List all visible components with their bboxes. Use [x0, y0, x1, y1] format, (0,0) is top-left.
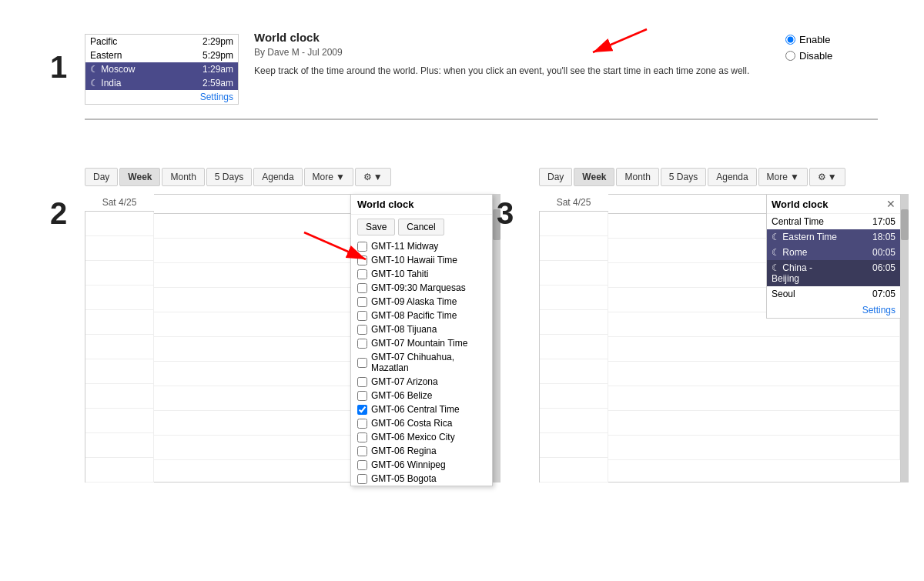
more-button-3[interactable]: More ▼ [758, 168, 808, 186]
list-item: GMT-06 Costa Rica [351, 416, 492, 430]
tz-checkbox-gmt0930marquesas[interactable] [357, 283, 367, 293]
week-button-3[interactable]: Week [574, 168, 614, 186]
clock-row-moscow: ☾ Moscow 1:29am [85, 62, 238, 76]
more-dropdown-icon-2: ▼ [336, 172, 345, 182]
scrollbar-2[interactable] [493, 194, 500, 482]
list-item: GMT-10 Tahiti [351, 267, 492, 281]
month-button-2[interactable]: Month [162, 168, 204, 186]
tz-checkbox-gmt06regina[interactable] [357, 446, 367, 456]
tz-checkbox-gmt09alaska[interactable] [357, 297, 367, 307]
tz-checkbox-gmt06mexicocity[interactable] [357, 432, 367, 442]
list-item: GMT-05 Bogota [351, 472, 492, 486]
list-item: GMT-08 Tijuana [351, 322, 492, 336]
list-item: GMT-08 Pacific Time [351, 309, 492, 322]
popup-title: World clock [351, 195, 492, 215]
panel-row-seoul: Seoul 07:05 [767, 286, 900, 302]
disable-radio[interactable] [785, 51, 795, 61]
central-time-value: 17:05 [872, 216, 896, 227]
section-number-3: 3 [497, 196, 514, 231]
panel-title: World clock [772, 199, 828, 210]
date-header-2: Sat 4/25 [85, 194, 154, 212]
day-button-3[interactable]: Day [539, 168, 572, 186]
clock-settings-link[interactable]: Settings [85, 90, 238, 104]
panel-settings-link[interactable]: Settings [767, 302, 900, 318]
panel-header: World clock ✕ [767, 195, 900, 214]
settings-gear-icon-3: ⚙ [818, 172, 826, 182]
more-label-3: More [767, 172, 788, 182]
calendar-toolbar-3: Day Week Month 5 Days Agenda More ▼ ⚙ ▼ [539, 168, 909, 186]
panel-row-rome: ☾ Rome 00:05 [767, 245, 900, 260]
world-clock-panel: World clock ✕ Central Time 17:05 ☾ Easte… [766, 194, 901, 319]
fivedays-button-3[interactable]: 5 Days [661, 168, 706, 186]
popup-cancel-button[interactable]: Cancel [398, 219, 444, 235]
enable-radio[interactable] [785, 35, 795, 45]
list-item: GMT-06 Central Time [351, 402, 492, 416]
china-label: ☾ China -Beijing [772, 262, 812, 284]
list-item: GMT-06 Winnipeg [351, 458, 492, 472]
agenda-button-3[interactable]: Agenda [708, 168, 756, 186]
list-item: GMT-07 Chihuahua, Mazatlan [351, 350, 492, 375]
disable-option[interactable]: Disable [785, 50, 878, 62]
rome-value: 00:05 [872, 247, 896, 258]
seoul-label: Seoul [772, 289, 795, 299]
tz-checkbox-gmt06costarica[interactable] [357, 419, 367, 429]
week-button-2[interactable]: Week [119, 168, 160, 186]
section-number-1: 1 [50, 50, 67, 85]
settings-dropdown-icon-2: ▼ [373, 172, 383, 182]
more-button-2[interactable]: More ▼ [304, 168, 353, 186]
tz-checkbox-gmt06belize[interactable] [357, 391, 367, 401]
date-header-3: Sat 4/25 [539, 194, 608, 212]
enable-option[interactable]: Enable [785, 34, 878, 45]
scrollbar-3[interactable] [901, 194, 909, 482]
agenda-button-2[interactable]: Agenda [253, 168, 302, 186]
tz-checkbox-gmt10tahiti[interactable] [357, 269, 367, 279]
seoul-value: 07:05 [872, 289, 896, 299]
panel-row-central: Central Time 17:05 [767, 214, 900, 229]
disable-label: Disable [799, 50, 832, 62]
tz-checkbox-gmt05bogota[interactable] [357, 474, 367, 484]
calendar-toolbar-2: Day Week Month 5 Days Agenda More ▼ ⚙ ▼ [85, 168, 500, 186]
central-time-label: Central Time [772, 216, 824, 227]
list-item: GMT-09 Alaska Time [351, 295, 492, 309]
rome-label: ☾ Rome [772, 247, 807, 258]
settings-dropdown-icon-3: ▼ [828, 172, 837, 182]
section-number-2: 2 [50, 196, 67, 231]
settings-gear-icon-2: ⚙ [363, 172, 372, 182]
tz-checkbox-gmt06winnipeg[interactable] [357, 460, 367, 470]
month-button-3[interactable]: Month [616, 168, 658, 186]
list-item: GMT-06 Regina [351, 444, 492, 458]
red-arrow-2 [296, 225, 389, 267]
plugin-title: World clock [254, 31, 770, 44]
clock-time-pacific: 2:29pm [203, 36, 233, 47]
tz-checkbox-gmt07mountain[interactable] [357, 339, 367, 349]
clock-time-eastern: 5:29pm [203, 50, 233, 61]
clock-row-india: ☾ India 2:59am [85, 76, 238, 90]
panel-close-button[interactable]: ✕ [886, 198, 896, 210]
day-button-2[interactable]: Day [85, 168, 118, 186]
tz-checkbox-gmt07arizona[interactable] [357, 377, 367, 387]
panel-row-china: ☾ China -Beijing 06:05 [767, 260, 900, 286]
plugin-controls: Enable Disable [785, 31, 878, 62]
fivedays-button-2[interactable]: 5 Days [206, 168, 252, 186]
tz-checkbox-gmt06central[interactable] [357, 405, 367, 415]
plugin-author: By Dave M - Jul 2009 [254, 47, 770, 58]
plugin-info: World clock By Dave M - Jul 2009 Keep tr… [254, 31, 770, 78]
time-column-3: Sat 4/25 [539, 194, 608, 482]
clock-label-eastern: Eastern [90, 50, 122, 61]
calendar-area-2: Sat 4/25 [85, 194, 500, 482]
panel-row-eastern: ☾ Eastern Time 18:05 [767, 229, 900, 245]
settings-button-3[interactable]: ⚙ ▼ [809, 168, 845, 186]
list-item: GMT-09:30 Marquesas [351, 281, 492, 295]
settings-link[interactable]: Settings [200, 92, 233, 102]
tz-checkbox-gmt08pacific[interactable] [357, 311, 367, 321]
clock-label-moscow: ☾ Moscow [90, 64, 135, 75]
settings-button-2[interactable]: ⚙ ▼ [355, 168, 391, 186]
list-item: GMT-06 Belize [351, 389, 492, 402]
tz-checkbox-gmt07chihuahua[interactable] [357, 358, 367, 368]
clock-row-pacific: Pacific 2:29pm [85, 35, 238, 48]
more-label-2: More [313, 172, 333, 182]
tz-checkbox-gmt08tijuana[interactable] [357, 325, 367, 335]
settings-link-3[interactable]: Settings [862, 305, 896, 316]
clock-row-eastern: Eastern 5:29pm [85, 48, 238, 62]
eastern-time-label: ☾ Eastern Time [772, 232, 837, 242]
